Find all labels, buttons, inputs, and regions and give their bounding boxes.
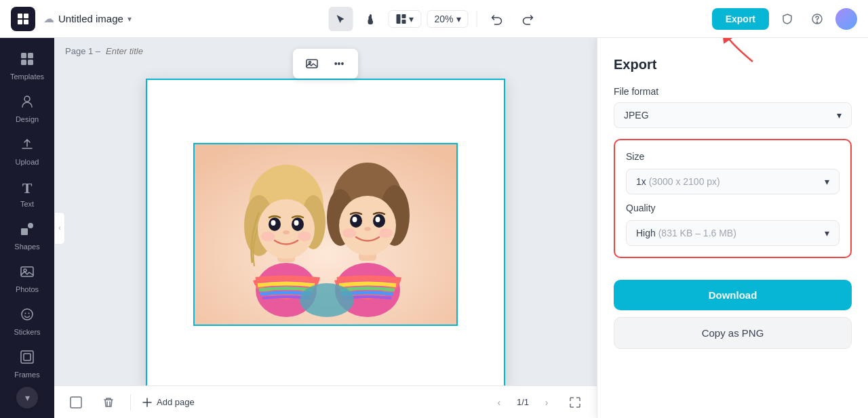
svg-rect-0 (18, 14, 22, 18)
prev-page-button[interactable]: ‹ (490, 393, 509, 412)
svg-rect-4 (396, 14, 400, 24)
add-page-label: Add page (157, 397, 195, 407)
svg-point-54 (364, 227, 371, 231)
svg-point-56 (379, 228, 393, 238)
sidebar-item-templates[interactable]: Templates (4, 46, 50, 86)
svg-rect-1 (24, 14, 28, 18)
floating-toolbar: ••• (293, 49, 358, 79)
svg-rect-3 (24, 20, 28, 24)
svg-point-47 (339, 196, 396, 255)
export-panel: Export File format JPEG ▾ Size 1x (3000 … (597, 38, 868, 418)
image-replace-button[interactable] (301, 53, 323, 75)
size-value: 1x (636, 176, 646, 187)
size-dropdown[interactable]: 1x (3000 x 2100 px) ▾ (626, 169, 840, 194)
canvas-area: ‹ Page 1 – ••• (54, 38, 597, 418)
stickers-icon (20, 307, 35, 325)
page-title-input[interactable] (106, 46, 220, 56)
copy-png-button[interactable]: Copy as PNG (614, 317, 852, 349)
size-label: Size (626, 151, 840, 162)
toolbar-divider (477, 11, 477, 27)
shield-icon-button[interactable] (776, 7, 799, 30)
hand-tool-button[interactable] (358, 7, 382, 31)
sidebar-item-photos[interactable]: Photos (4, 259, 50, 299)
document-title[interactable]: Untitled image (58, 13, 123, 24)
svg-rect-21 (21, 351, 33, 363)
sidebar-item-stickers-label: Stickers (14, 328, 40, 336)
delete-page-button[interactable] (98, 392, 119, 413)
svg-rect-22 (24, 354, 31, 360)
svg-rect-14 (21, 228, 28, 235)
bottom-divider (130, 394, 131, 411)
page-thumbnail-button[interactable] (65, 392, 87, 413)
svg-point-52 (355, 218, 357, 220)
title-chevron-icon[interactable]: ▾ (127, 14, 132, 24)
svg-rect-57 (71, 397, 81, 408)
zoom-control[interactable]: 20% ▾ (427, 10, 468, 28)
export-button[interactable]: Export (712, 8, 769, 30)
sidebar-item-stickers[interactable]: Stickers (4, 301, 50, 341)
sidebar-item-frames-label: Frames (14, 371, 39, 379)
sidebar-item-frames[interactable]: Frames (4, 344, 50, 384)
bottom-bar: Add page ‹ 1/1 › (54, 385, 597, 418)
zoom-level: 20% (434, 14, 453, 24)
undo-button[interactable] (486, 7, 510, 31)
shapes-icon (20, 222, 35, 240)
download-button[interactable]: Download (614, 280, 852, 310)
quality-label: Quality (626, 203, 840, 213)
svg-point-13 (24, 96, 30, 102)
photos-icon (20, 264, 35, 283)
more-options-icon: ••• (334, 58, 344, 69)
image-frame[interactable] (193, 143, 458, 326)
next-page-button[interactable]: › (537, 393, 556, 412)
svg-point-18 (22, 309, 33, 320)
add-page-button[interactable]: Add page (142, 397, 195, 408)
sidebar-expand-area: ▾ (16, 387, 38, 414)
frames-icon (20, 350, 35, 368)
size-section: Size 1x (3000 x 2100 px) ▾ Quality High … (614, 139, 852, 258)
file-format-value: JPEG (624, 110, 649, 121)
svg-rect-2 (18, 20, 22, 24)
svg-rect-10 (28, 53, 33, 58)
page-indicator: 1/1 (517, 397, 529, 407)
svg-point-46 (300, 283, 354, 317)
upload-icon (20, 137, 35, 155)
svg-rect-6 (401, 20, 406, 24)
cartoon-girls-image (195, 144, 458, 326)
sidebar-item-design[interactable]: Design (4, 89, 50, 129)
sidebar-item-photos-label: Photos (16, 285, 39, 293)
sidebar-expand-button[interactable]: ▾ (16, 387, 38, 409)
svg-point-38 (283, 230, 290, 234)
main-area: Templates Design Upload T Text Shapes (0, 38, 868, 418)
fullscreen-button[interactable] (564, 392, 586, 413)
title-area: ☁ Untitled image ▾ (43, 12, 132, 25)
redo-button[interactable] (515, 7, 540, 31)
sidebar-collapse-handle[interactable]: ‹ (54, 212, 65, 245)
help-icon-button[interactable] (806, 7, 829, 30)
svg-point-40 (298, 232, 311, 241)
svg-point-39 (261, 232, 275, 241)
app-logo[interactable] (11, 7, 35, 31)
sidebar-item-design-label: Design (16, 115, 39, 123)
svg-point-53 (378, 218, 380, 220)
select-tool-button[interactable] (328, 7, 353, 31)
svg-rect-12 (28, 60, 33, 65)
svg-point-55 (342, 228, 356, 238)
more-options-button[interactable]: ••• (328, 53, 350, 75)
sidebar-item-upload[interactable]: Upload (4, 131, 50, 171)
file-format-dropdown[interactable]: JPEG ▾ (614, 102, 852, 128)
svg-point-8 (816, 22, 817, 22)
quality-range-value: (831 KB – 1.6 MB) (658, 228, 736, 238)
svg-point-19 (25, 313, 26, 314)
quality-dropdown[interactable]: High (831 KB – 1.6 MB) ▾ (626, 220, 840, 246)
size-dims-value: (3000 x 2100 px) (649, 176, 720, 187)
layout-dropdown[interactable]: ▾ (388, 10, 421, 28)
templates-icon (20, 51, 35, 70)
sidebar-item-text[interactable]: T Text (4, 174, 50, 213)
avatar[interactable] (835, 8, 857, 30)
layout-chevron-icon: ▾ (409, 14, 414, 24)
file-format-label: File format (614, 86, 852, 97)
text-icon: T (22, 180, 33, 197)
export-panel-title: Export (614, 57, 852, 72)
sidebar-item-upload-label: Upload (16, 158, 39, 166)
sidebar-item-shapes[interactable]: Shapes (4, 216, 50, 256)
